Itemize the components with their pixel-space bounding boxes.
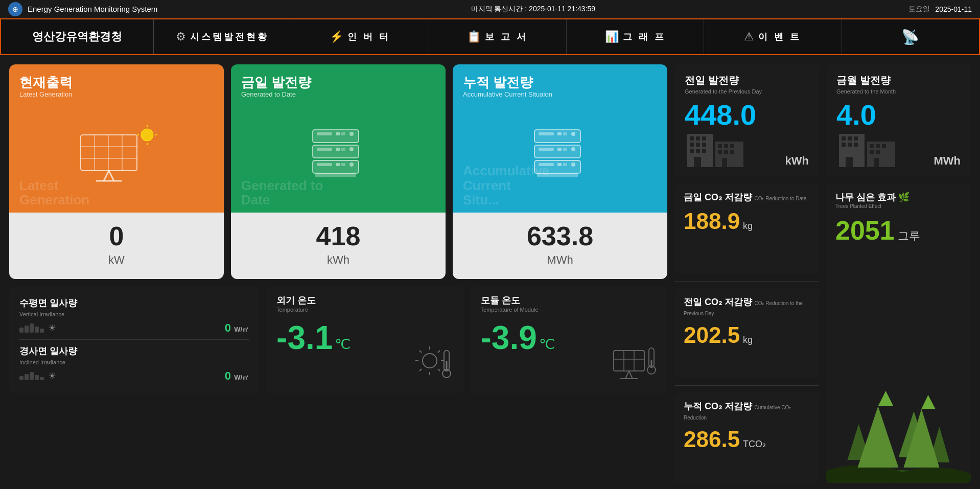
incl-irr-bars bbox=[19, 372, 44, 380]
svg-rect-72 bbox=[690, 143, 694, 147]
prev-day-title-en: Generated to the Previous Day bbox=[685, 88, 809, 95]
incl-irr-bar-row: ☀ 0 W/㎡ bbox=[19, 369, 249, 383]
logo-icon: ⊕ bbox=[8, 2, 22, 16]
svg-rect-26 bbox=[336, 163, 340, 166]
module-temp-label-kr: 모듈 온도 bbox=[481, 294, 657, 307]
co2-cumul-card: 누적 CO₂ 저감량 Cumulative CO₂ Reduction 286.… bbox=[674, 393, 819, 483]
today-gen-title-kr: 금일 발전량 bbox=[241, 75, 311, 90]
sun-icon-2: ☀ bbox=[48, 370, 56, 382]
bar4 bbox=[35, 375, 39, 380]
card-bottom-orange: 0 kW bbox=[9, 213, 224, 279]
svg-rect-91 bbox=[842, 143, 846, 147]
inclined-irr: 경사면 일사량 Inclined Irradiance ☀ 0 bbox=[19, 345, 249, 383]
stat-cards-row: 현재출력 Latest Generation bbox=[9, 64, 667, 279]
nav-system[interactable]: ⚙ 시스템발전현황 bbox=[154, 19, 291, 54]
svg-rect-33 bbox=[563, 132, 567, 135]
tree-unit: 그루 bbox=[898, 228, 920, 244]
svg-rect-21 bbox=[336, 148, 340, 151]
nav-event[interactable]: ⚠ 이 벤 트 bbox=[704, 19, 842, 54]
co2-divider2 bbox=[674, 385, 819, 386]
card-overlay-green: Generated toDate bbox=[241, 178, 434, 207]
svg-rect-71 bbox=[702, 136, 706, 141]
co2-prev-value: 202.5 bbox=[684, 322, 740, 348]
nav-system-label: 시스템발전현황 bbox=[190, 31, 269, 43]
nav-graph[interactable]: 📊 그 래 프 bbox=[567, 19, 704, 54]
co2-today-unit: kg bbox=[743, 221, 753, 231]
svg-rect-93 bbox=[854, 143, 858, 147]
bar1 bbox=[19, 328, 24, 333]
svg-point-104 bbox=[894, 468, 971, 483]
svg-point-46 bbox=[423, 354, 437, 368]
svg-rect-15 bbox=[317, 132, 332, 135]
current-output-title-en: Latest Generation bbox=[19, 90, 72, 98]
nav-inverter[interactable]: ⚡ 인 버 터 bbox=[291, 19, 429, 54]
co2-today-value-row: 188.9 kg bbox=[684, 208, 810, 234]
svg-rect-58 bbox=[614, 351, 644, 371]
nav-event-label: 이 벤 트 bbox=[758, 31, 801, 43]
co2-col: 금일 CO₂ 저감량 CO₂ Reduction to Date 188.9 k… bbox=[674, 184, 819, 483]
svg-rect-90 bbox=[854, 136, 858, 141]
horiz-irr-label-kr: 수평면 일사량 bbox=[19, 297, 249, 309]
prev-day-unit: kWh bbox=[785, 154, 809, 168]
svg-rect-32 bbox=[557, 132, 562, 135]
svg-point-39 bbox=[571, 147, 575, 151]
site-name: 영산강유역환경청 bbox=[1, 19, 154, 54]
svg-line-53 bbox=[438, 351, 440, 353]
svg-rect-92 bbox=[848, 143, 852, 147]
tree-scene bbox=[826, 381, 971, 483]
bar2 bbox=[25, 374, 29, 380]
module-temp-icon bbox=[611, 345, 662, 388]
svg-rect-100 bbox=[876, 150, 880, 154]
this-month-unit: MWh bbox=[934, 154, 961, 168]
module-temp-value: -3.9 bbox=[481, 320, 537, 356]
main-content: 현재출력 Latest Generation bbox=[0, 55, 980, 489]
outdoor-temp-panel: 외기 온도 Temperature -3.1 ℃ bbox=[266, 286, 463, 393]
graph-icon: 📊 bbox=[605, 30, 619, 43]
svg-point-18 bbox=[349, 132, 354, 136]
outdoor-temp-icon bbox=[414, 345, 455, 388]
svg-rect-24 bbox=[313, 160, 359, 173]
co2-divider bbox=[674, 281, 819, 282]
svg-rect-94 bbox=[846, 157, 853, 167]
bar5 bbox=[40, 329, 44, 333]
incl-irr-unit: W/㎡ bbox=[234, 374, 249, 381]
svg-rect-77 bbox=[702, 149, 706, 153]
svg-line-51 bbox=[419, 351, 422, 353]
svg-rect-27 bbox=[341, 163, 345, 166]
svg-rect-20 bbox=[317, 148, 332, 151]
nav-graph-label: 그 래 프 bbox=[623, 31, 666, 43]
bar4 bbox=[35, 327, 39, 333]
svg-marker-110 bbox=[878, 391, 894, 406]
top-bar: ⊕ Energy Generation Monitoring System 마지… bbox=[0, 0, 980, 18]
tree-card: 나무 심은 효과 🌿 Trees Planted Effect 2051 그루 bbox=[826, 184, 971, 483]
inverter-svg bbox=[302, 127, 374, 183]
tree-title-kr: 나무 심은 효과 🌿 bbox=[835, 192, 909, 202]
incl-irr-value: 0 W/㎡ bbox=[225, 369, 249, 383]
svg-marker-108 bbox=[858, 406, 899, 468]
today-gen-unit: kWh bbox=[327, 253, 349, 267]
cumul-gen-title-en: Accumulative Current Situaion bbox=[463, 90, 552, 98]
svg-rect-70 bbox=[696, 136, 700, 141]
outdoor-temp-label-kr: 외기 온도 bbox=[276, 294, 453, 307]
outdoor-temp-label-en: Temperature bbox=[276, 307, 453, 313]
event-icon: ⚠ bbox=[744, 30, 754, 43]
svg-rect-97 bbox=[876, 144, 880, 148]
cumul-gen-value: 633.8 bbox=[527, 223, 593, 249]
app-title: Energy Generation Monitoring System bbox=[28, 5, 157, 13]
card-top-blue: 누적 발전량 Accumulative Current Situaion bbox=[453, 64, 667, 213]
svg-rect-17 bbox=[341, 132, 345, 135]
last-comm-time: 마지막 통신시간 : 2025-01-11 21:43:59 bbox=[471, 5, 596, 14]
cumul-gen-card: 누적 발전량 Accumulative Current Situaion bbox=[453, 64, 667, 279]
nav-settings[interactable]: 📡 bbox=[842, 19, 979, 54]
svg-point-9 bbox=[141, 129, 153, 141]
nav-report[interactable]: 📋 보 고 서 bbox=[429, 19, 567, 54]
svg-rect-36 bbox=[539, 148, 554, 151]
co2-prev-title-kr: 전일 CO₂ 저감량 bbox=[684, 297, 752, 307]
svg-rect-22 bbox=[341, 148, 345, 151]
co2-cumul-unit: TCO₂ bbox=[743, 438, 766, 450]
card-bottom-blue: 633.8 MWh bbox=[453, 213, 667, 279]
today-gen-title-en: Generated to Date bbox=[241, 90, 296, 98]
current-output-value: 0 bbox=[109, 223, 124, 249]
co2-cumul-value-row: 286.5 TCO₂ bbox=[684, 427, 810, 452]
co2-today-title-kr: 금일 CO₂ 저감량 bbox=[684, 192, 752, 202]
